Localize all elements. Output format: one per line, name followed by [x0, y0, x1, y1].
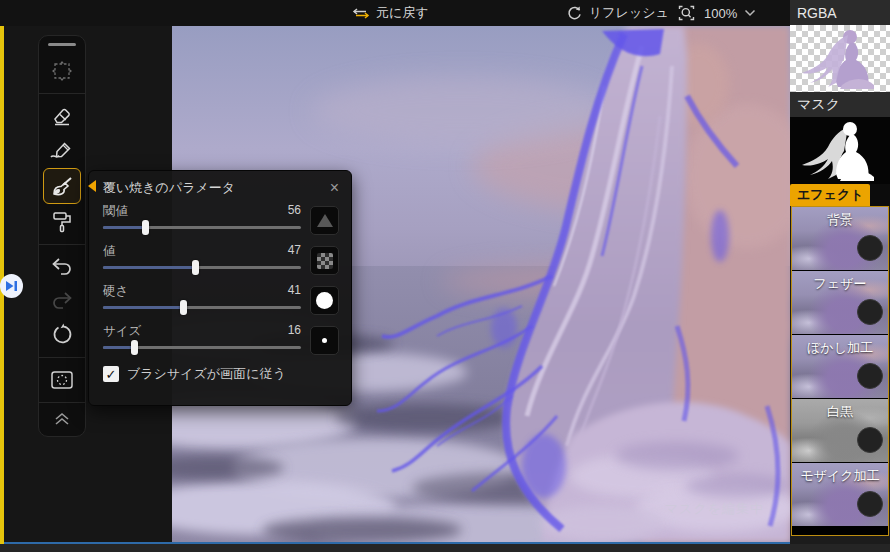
tab-effects[interactable]: エフェクト [790, 184, 870, 206]
tip-shape-triangle-button[interactable] [310, 206, 339, 235]
close-icon[interactable]: × [330, 180, 339, 196]
value-slider-row: 値 47 [89, 241, 351, 281]
hardness-slider-track[interactable] [103, 306, 301, 309]
palette-drag-handle[interactable] [48, 43, 76, 46]
rgba-section-header[interactable]: RGBA [790, 0, 890, 25]
effects-tab-label: エフェクト [797, 186, 864, 204]
hardness-slider-row: 硬さ 41 [89, 281, 351, 321]
undo-label: 元に戻す [376, 4, 429, 22]
toolbar-separator [39, 402, 85, 403]
size-slider-row: サイズ 16 [89, 321, 351, 361]
rgba-figure-preview [790, 25, 890, 92]
eraser-icon [50, 104, 74, 128]
brush-size-checkbox-label: ブラシサイズが画面に従う [127, 365, 286, 383]
size-slider-handle[interactable] [131, 340, 138, 355]
effect-toggle-button[interactable] [857, 491, 883, 517]
effect-label: ぼかし加工 [792, 339, 888, 357]
pen-tool-button[interactable] [43, 134, 81, 166]
undo-step-button[interactable] [43, 251, 81, 283]
value-slider-track[interactable] [103, 266, 301, 269]
checkmark-icon: ✓ [106, 367, 117, 382]
size-preview-button[interactable] [310, 326, 339, 355]
threshold-slider-track[interactable] [103, 226, 301, 229]
value-slider-handle[interactable] [192, 260, 199, 275]
toolbar-separator [39, 244, 85, 245]
flyout-disc [0, 274, 23, 298]
dodge-brush-tool-button[interactable] [43, 168, 81, 204]
zoom-level-value: 100% [704, 6, 737, 21]
marquee-select-button[interactable] [43, 364, 81, 396]
mask-section-header[interactable]: マスク [790, 92, 890, 117]
panel-pointer-arrow [88, 180, 96, 192]
toolbar-separator [39, 93, 85, 94]
effect-toggle-button[interactable] [857, 299, 883, 325]
effect-item-background[interactable]: 背景 [792, 207, 888, 270]
rgba-channel-thumbnail[interactable] [790, 25, 890, 92]
refresh-icon [566, 5, 583, 22]
collapse-chevrons-icon [52, 412, 72, 426]
brush-size-checkbox[interactable]: ✓ [103, 366, 119, 382]
undo-button[interactable]: 元に戻す [352, 0, 429, 26]
threshold-value: 56 [288, 203, 301, 220]
redo-icon [49, 290, 75, 312]
effect-label: 白黒 [792, 403, 888, 421]
left-tool-palette [38, 35, 86, 437]
play-expand-icon [4, 279, 19, 293]
hardness-slider-handle[interactable] [180, 300, 187, 315]
zoom-control[interactable]: 100% [676, 0, 756, 26]
paint-roller-icon [50, 209, 74, 235]
brush-size-checkbox-row: ✓ ブラシサイズが画面に従う [89, 361, 351, 383]
effect-label: フェザー [792, 275, 888, 293]
checkerboard-tip-icon [317, 253, 333, 269]
roller-tool-button[interactable] [43, 206, 81, 238]
slider-fill [103, 266, 196, 269]
slider-fill [103, 306, 184, 309]
threshold-slider-row: 閾値 56 [89, 201, 351, 241]
value-value: 47 [288, 243, 301, 260]
effect-item-blackwhite[interactable]: 白黒 [792, 399, 888, 462]
dot-icon [322, 338, 327, 343]
eraser-tool-button[interactable] [43, 100, 81, 132]
undo-icon [49, 256, 75, 278]
effect-toggle-button[interactable] [857, 235, 883, 261]
brush-icon [49, 173, 75, 199]
mask-editing-status: マスクを編集中 [665, 500, 764, 518]
dodge-parameters-panel: 覆い焼きのパラメータ × 閾値 56 値 47 [88, 170, 352, 406]
top-toolbar: 元に戻す リフレッシュ 100% [0, 0, 790, 26]
transform-icon [50, 59, 74, 83]
mask-thumbnail[interactable] [790, 117, 890, 184]
effect-toggle-button[interactable] [857, 427, 883, 453]
effect-label: 背景 [792, 211, 888, 229]
tip-pattern-checker-button[interactable] [310, 246, 339, 275]
effect-item-blur[interactable]: ぼかし加工 [792, 335, 888, 398]
collapse-palette-button[interactable] [43, 409, 81, 429]
hardness-preview-button[interactable] [310, 286, 339, 315]
redo-step-button[interactable] [43, 285, 81, 317]
soft-circle-icon [316, 292, 333, 309]
panel-flyout-handle[interactable] [0, 274, 23, 298]
refresh-label: リフレッシュ [589, 4, 669, 22]
rgba-label: RGBA [797, 5, 837, 21]
right-sidebar: RGBA マスク エフェクト 背景 フェザー [790, 0, 890, 552]
slider-fill [103, 346, 135, 349]
value-label: 値 [103, 243, 116, 260]
effects-list: 背景 フェザー ぼかし加工 白黒 モザイク加工 [791, 206, 889, 536]
transform-tool-button[interactable] [43, 55, 81, 87]
slider-fill [103, 226, 146, 229]
undo-arrows-icon [352, 5, 370, 21]
marquee-select-icon [49, 368, 75, 392]
effect-item-mosaic[interactable]: モザイク加工 [792, 463, 888, 526]
triangle-tip-icon [317, 214, 333, 227]
refresh-button[interactable]: リフレッシュ [566, 0, 669, 26]
effect-toggle-button[interactable] [857, 363, 883, 389]
effect-item-feather[interactable]: フェザー [792, 271, 888, 334]
reset-button[interactable] [43, 319, 81, 351]
zoom-magnifier-icon [676, 3, 697, 23]
size-label: サイズ [103, 323, 141, 340]
bottom-bar [0, 544, 890, 552]
hardness-value: 41 [288, 283, 301, 300]
threshold-slider-handle[interactable] [142, 220, 149, 235]
toolbar-separator [39, 357, 85, 358]
mask-silhouette-preview [790, 117, 890, 184]
size-slider-track[interactable] [103, 346, 301, 349]
